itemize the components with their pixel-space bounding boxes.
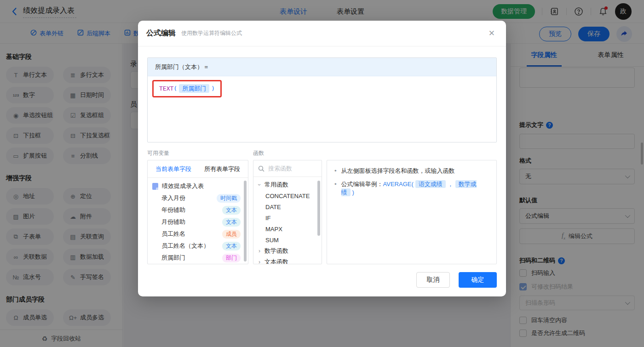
variables-root-node[interactable]: 绩效提成录入表 xyxy=(148,180,248,192)
function-group-label: 常用函数 xyxy=(264,181,288,189)
example-field-pill: 语文成绩 xyxy=(415,180,446,188)
field-type-badge: 部门 xyxy=(222,254,241,262)
formula-input-area[interactable]: TEXT(所属部门) xyxy=(148,76,496,101)
variable-field-name: 员工姓名（文本） xyxy=(161,242,222,250)
variable-field-row[interactable]: 所属部门部门 xyxy=(148,252,248,264)
search-icon xyxy=(258,165,264,172)
variable-field-row[interactable]: 月份辅助文本 xyxy=(148,216,248,228)
formula-target: 所属部门（文本） = xyxy=(148,58,496,76)
variable-field-row[interactable]: 年份辅助文本 xyxy=(148,204,248,216)
functions-panel: 搜索函数 ›常用函数CONCATENATEDATEIFMAPXSUM›数学函数›… xyxy=(253,160,322,264)
formula-expression-highlight[interactable]: TEXT(所属部门) xyxy=(152,80,222,97)
variables-panel: 当前表单字段 所有表单字段 绩效提成录入表 录入月份时间戳年份辅助文本月份辅助文… xyxy=(147,160,248,264)
confirm-button[interactable]: 确定 xyxy=(459,272,497,288)
variable-field-row[interactable]: 员工姓名成员 xyxy=(148,228,248,240)
function-item[interactable]: MAPX xyxy=(253,223,322,234)
modal-footer: 取消 确定 xyxy=(416,272,497,288)
variables-tabs: 当前表单字段 所有表单字段 xyxy=(148,160,248,178)
formula-function: TEXT xyxy=(159,85,173,92)
variable-field-row[interactable]: 录入月份时间戳 xyxy=(148,192,248,204)
function-item[interactable]: SUM xyxy=(253,234,322,245)
formula-editor-box: 所属部门（文本） = TEXT(所属部门) xyxy=(147,57,497,142)
close-icon[interactable]: ✕ xyxy=(489,29,495,37)
function-item[interactable]: CONCATENATE xyxy=(253,190,322,201)
function-group-collapsed[interactable]: ›文本函数 xyxy=(253,256,322,264)
modal-subtitle: 使用数学运算符编辑公式 xyxy=(181,29,242,37)
variable-field-name: 所属部门 xyxy=(161,254,222,262)
tree-chevron-icon: › xyxy=(256,182,263,187)
field-type-badge: 成员 xyxy=(222,230,241,239)
search-placeholder: 搜索函数 xyxy=(268,165,292,173)
form-doc-icon xyxy=(152,183,158,190)
function-item[interactable]: DATE xyxy=(253,201,322,212)
formula-editor-modal: 公式编辑 使用数学运算符编辑公式 ✕ 所属部门（文本） = TEXT(所属部门)… xyxy=(138,21,506,296)
function-group-expanded[interactable]: ›常用函数 xyxy=(253,179,322,190)
variable-field-name: 月份辅助 xyxy=(161,218,222,226)
formula-help-panel: • 从左侧面板选择字段名和函数，或输入函数 • 公式编辑举例：AVERAGE(语… xyxy=(327,160,497,264)
scrollbar-thumb[interactable] xyxy=(244,181,247,262)
variables-label: 可用变量 xyxy=(147,149,169,157)
function-search-input[interactable]: 搜索函数 xyxy=(253,160,322,177)
function-item[interactable]: IF xyxy=(253,212,322,223)
tab-current-form-fields[interactable]: 当前表单字段 xyxy=(155,165,191,173)
tree-chevron-icon: › xyxy=(257,259,262,264)
variable-field-name: 录入月份 xyxy=(161,194,217,202)
cancel-button[interactable]: 取消 xyxy=(416,272,450,288)
function-group-label: 文本函数 xyxy=(264,258,288,264)
field-type-badge: 文本 xyxy=(222,242,241,250)
bullet-icon: • xyxy=(334,180,337,197)
variable-field-name: 员工姓名 xyxy=(161,230,222,238)
field-type-badge: 文本 xyxy=(222,218,241,227)
modal-title: 公式编辑 xyxy=(146,28,176,38)
help-line-2: • 公式编辑举例：AVERAGE(语文成绩，数学成绩) xyxy=(334,180,489,197)
function-group-label: 数学函数 xyxy=(264,247,288,255)
modal-header: 公式编辑 使用数学运算符编辑公式 ✕ xyxy=(138,21,506,46)
tab-all-form-fields[interactable]: 所有表单字段 xyxy=(204,165,240,173)
scrollbar-thumb[interactable] xyxy=(317,181,320,236)
field-type-badge: 时间戳 xyxy=(217,194,241,203)
field-type-badge: 文本 xyxy=(222,206,241,215)
formula-field-pill[interactable]: 所属部门 xyxy=(179,84,209,93)
tree-chevron-icon: › xyxy=(257,248,262,254)
bullet-icon: • xyxy=(334,167,337,175)
function-group-collapsed[interactable]: ›数学函数 xyxy=(253,245,322,256)
functions-label: 函数 xyxy=(253,149,264,157)
variable-field-name: 年份辅助 xyxy=(161,206,222,214)
help-line-1: • 从左侧面板选择字段名和函数，或输入函数 xyxy=(334,167,489,175)
variable-field-row[interactable]: 员工姓名（文本）文本 xyxy=(148,240,248,252)
